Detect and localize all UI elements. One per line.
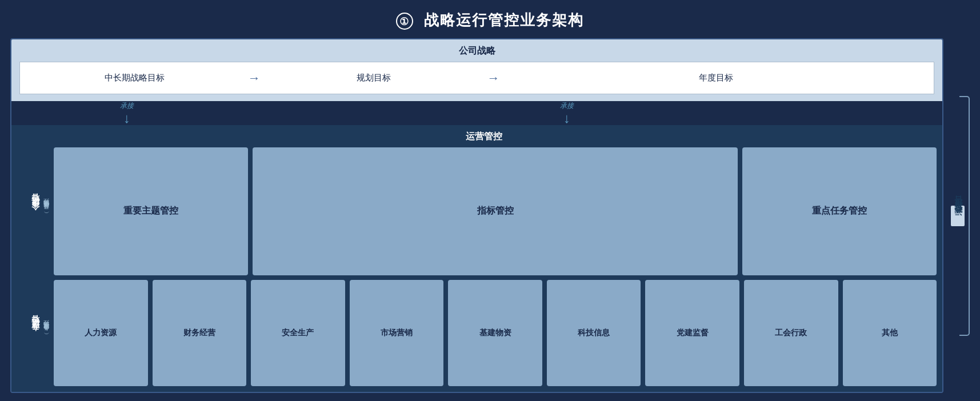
pro-box-finance: 财务经营 [153, 280, 247, 386]
enterprise-main-label: 企业级运管 [30, 206, 40, 217]
ops-main: 运营管控 企业级运管 （公司总体运营情况管控） 重要主题管控 指标管控 重点任务… [31, 125, 942, 392]
professional-sub-label: （各专业管理情况管控） [42, 330, 50, 336]
pro-box-infra: 基建物资 [448, 280, 542, 386]
enterprise-sub-label: （公司总体运营情况管控） [42, 208, 50, 215]
ops-section: 运营管控 企业级运管 （公司总体运营情况管控） 重要主题管控 指标管控 重点任务… [11, 125, 942, 392]
pro-box-safety: 安全生产 [251, 280, 345, 386]
divider-section: 承接 ↓ 承接 ↓ [11, 101, 942, 125]
strategy-title: 公司战略 [19, 45, 934, 57]
enterprise-box-task: 重点任务管控 [742, 147, 937, 275]
strategy-box-annual: 年度目标 [510, 68, 923, 88]
cheng-jie-left: 承接 ↓ [120, 101, 134, 126]
ops-left-strip [11, 125, 31, 392]
strategy-arrow-2: → [477, 71, 510, 86]
professional-row: 专业级运管 （各专业管理情况管控） 人力资源 财务经营 安全生产 市场营销 基建… [31, 280, 937, 386]
enterprise-box-theme: 重要主题管控 [54, 147, 248, 275]
cheng-jie-right: 承接 ↓ [560, 101, 574, 126]
pro-box-tech: 科技信息 [547, 280, 641, 386]
right-sidebar-text: 运营分析报告 [951, 206, 965, 226]
ops-title: 运营管控 [31, 131, 937, 143]
professional-label: 专业级运管 （各专业管理情况管控） [31, 280, 49, 386]
strategy-box-longterm: 中长期战略目标 [31, 68, 238, 88]
pro-box-hr: 人力资源 [54, 280, 148, 386]
enterprise-row: 企业级运管 （公司总体运营情况管控） 重要主题管控 指标管控 重点任务管控 [31, 147, 937, 275]
right-sidebar: 运营分析报告 [946, 38, 970, 393]
pro-box-party: 党建监督 [645, 280, 739, 386]
professional-main-label: 专业级运管 [30, 327, 40, 339]
diagram-area: 公司战略 中长期战略目标 → 规划目标 → 年度目标 承接 ↓ 承接 ↓ [10, 38, 943, 393]
page-wrapper: ① 战略运行管控业务架构 公司战略 中长期战略目标 → 规划目标 → 年度目标 … [0, 0, 980, 401]
cheng-jie-right-arrow: ↓ [563, 111, 570, 126]
strategy-box-plan: 规划目标 [271, 68, 477, 88]
cheng-jie-left-text: 承接 [120, 101, 134, 111]
strategy-arrow-1: → [238, 71, 271, 86]
pro-box-union: 工会行政 [744, 280, 838, 386]
title-bar: ① 战略运行管控业务架构 [0, 0, 980, 38]
pro-box-other: 其他 [843, 280, 937, 386]
pro-box-market: 市场营销 [350, 280, 444, 386]
page-title: 战略运行管控业务架构 [424, 11, 584, 29]
enterprise-label: 企业级运管 （公司总体运营情况管控） [31, 147, 49, 275]
cheng-jie-left-arrow: ↓ [123, 111, 130, 126]
enterprise-box-index: 指标管控 [253, 147, 738, 275]
cheng-jie-right-text: 承接 [560, 101, 574, 111]
circle-number: ① [396, 13, 413, 30]
strategy-section: 公司战略 中长期战略目标 → 规划目标 → 年度目标 [11, 39, 942, 101]
